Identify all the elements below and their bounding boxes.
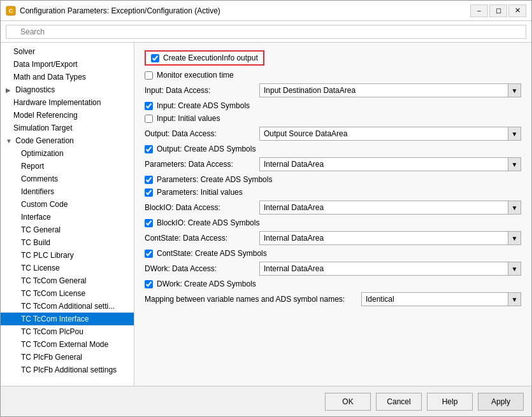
dwork-create-ads-checkbox[interactable] [145,280,153,288]
contstate-create-ads-checkbox[interactable] [145,250,153,258]
sidebar-label: Interface [21,213,51,222]
dwork-create-ads-row: DWork: Create ADS Symbols [145,279,521,288]
sidebar-item-tc-build[interactable]: TC Build [1,236,134,249]
sidebar-item-tc-tccom-plcpou[interactable]: TC TcCom PlcPou [1,325,134,338]
cancel-button[interactable]: Cancel [376,393,422,411]
input-data-access-select[interactable]: Input Destination DataArea ▼ [259,83,521,97]
sidebar-label: Code Generation [15,136,73,145]
input-initial-values-label: Input: Initial values [157,114,220,123]
output-data-access-row: Output: Data Access: Output Source DataA… [145,127,521,141]
sidebar-label: Diagnostics [15,85,55,94]
input-create-ads-checkbox[interactable] [145,102,153,110]
sidebar-label: Math and Data Types [13,73,86,81]
sidebar-label: Model Referencing [13,111,78,120]
right-panel: Create ExecutionInfo output Monitor exec… [134,43,531,386]
sidebar-item-tc-tccom-general[interactable]: TC TcCom General [1,274,134,287]
monitor-execution-time-checkbox[interactable] [145,71,153,80]
output-data-access-dropdown-btn[interactable]: ▼ [508,127,521,140]
input-data-access-dropdown-btn[interactable]: ▼ [508,84,521,97]
input-data-access-value: Input Destination DataArea [260,86,508,95]
sidebar-item-tc-tccom-additional[interactable]: TC TcCom Additional setti... [1,300,134,313]
help-button[interactable]: Help [427,393,473,411]
sidebar-item-interface[interactable]: Interface [1,211,134,223]
sidebar-label: TC TcCom Interface [21,315,89,323]
create-execution-info-checkbox[interactable] [151,54,159,62]
sidebar-item-comments[interactable]: Comments [1,173,134,185]
mapping-label: Mapping between variable names and ADS s… [145,295,361,304]
footer: OK Cancel Help Apply [1,386,531,416]
dwork-data-access-dropdown-btn[interactable]: ▼ [508,262,521,275]
output-data-access-select[interactable]: Output Source DataArea ▼ [259,127,521,141]
restore-button[interactable]: ◻ [489,4,507,17]
contstate-data-access-row: ContState: Data Access: Internal DataAre… [145,231,521,245]
sidebar-item-tc-plc-library[interactable]: TC PLC Library [1,249,134,262]
contstate-data-access-dropdown-btn[interactable]: ▼ [508,232,521,244]
parameters-data-access-label: Parameters: Data Access: [145,160,259,169]
parameters-initial-values-checkbox[interactable] [145,188,153,197]
mapping-dropdown-btn[interactable]: ▼ [508,293,521,306]
input-initial-values-checkbox[interactable] [145,115,153,123]
sidebar-item-sim-target[interactable]: Simulation Target [1,122,134,134]
sidebar-item-tc-tccom-license[interactable]: TC TcCom License [1,287,134,300]
sidebar-item-custom-code[interactable]: Custom Code [1,198,134,211]
sidebar-item-tc-plcfb-additional[interactable]: TC PlcFb Additional settings [1,364,134,376]
sidebar-item-model-ref[interactable]: Model Referencing [1,109,134,122]
mapping-value: Identical [362,295,508,304]
parameters-data-access-value: Internal DataArea [260,160,508,169]
input-create-ads-label: Input: Create ADS Symbols [157,101,250,110]
mapping-row: Mapping between variable names and ADS s… [145,292,521,306]
blockio-data-access-dropdown-btn[interactable]: ▼ [508,201,521,214]
sidebar-item-optimization[interactable]: Optimization [1,147,134,160]
main-content: Solver Data Import/Export Math and Data … [1,43,531,386]
input-create-ads-row: Input: Create ADS Symbols [145,101,521,110]
parameters-data-access-select[interactable]: Internal DataArea ▼ [259,157,521,171]
app-icon: C [6,6,16,16]
sidebar-label: Data Import/Export [13,60,78,69]
blockio-data-access-label: BlockIO: Data Access: [145,203,259,212]
output-create-ads-checkbox[interactable] [145,145,153,153]
search-input[interactable] [6,25,526,39]
sidebar-item-tc-plcfb-general[interactable]: TC PlcFb General [1,351,134,364]
sidebar-label: Comments [21,174,58,183]
minimize-button[interactable]: − [470,4,488,17]
sidebar-label: Solver [13,47,35,56]
sidebar-label: TC License [21,264,60,272]
create-execution-info-row: Create ExecutionInfo output [145,50,521,66]
parameters-create-ads-checkbox[interactable] [145,176,153,184]
sidebar-item-math[interactable]: Math and Data Types [1,71,134,83]
sidebar: Solver Data Import/Export Math and Data … [1,43,134,386]
ok-button[interactable]: OK [325,393,371,411]
sidebar-label: TC TcCom External Mode [21,340,108,349]
window-title: Configuration Parameters: Exception/Conf… [20,6,220,15]
input-data-access-row: Input: Data Access: Input Destination Da… [145,83,521,97]
monitor-execution-time-row: Monitor execution time [145,71,521,80]
sidebar-item-tc-general[interactable]: TC General [1,223,134,236]
sidebar-item-code-gen[interactable]: ▼ Code Generation [1,134,134,147]
sidebar-item-identifiers[interactable]: Identifiers [1,185,134,198]
sidebar-item-tc-tccom-interface[interactable]: TC TcCom Interface [1,313,134,325]
close-button[interactable]: ✕ [508,4,526,17]
apply-button[interactable]: Apply [478,393,524,411]
sidebar-item-tc-license[interactable]: TC License [1,262,134,274]
blockio-create-ads-row: BlockIO: Create ADS Symbols [145,218,521,227]
sidebar-item-hardware[interactable]: Hardware Implementation [1,96,134,109]
mapping-select[interactable]: Identical ▼ [361,292,521,306]
sidebar-label: TC TcCom Additional setti... [21,302,115,311]
sidebar-item-report[interactable]: Report [1,160,134,173]
blockio-data-access-value: Internal DataArea [260,203,508,212]
sidebar-label: TC PlcFb General [21,353,82,362]
dwork-data-access-select[interactable]: Internal DataArea ▼ [259,262,521,276]
sidebar-label: TC TcCom PlcPou [21,327,83,336]
blockio-create-ads-checkbox[interactable] [145,219,153,227]
blockio-data-access-select[interactable]: Internal DataArea ▼ [259,201,521,215]
parameters-data-access-dropdown-btn[interactable]: ▼ [508,158,521,171]
sidebar-item-solver[interactable]: Solver [1,45,134,58]
parameters-initial-values-label: Parameters: Initial values [157,188,243,197]
sidebar-label: Identifiers [21,187,54,196]
sidebar-label: Report [21,162,44,171]
sidebar-item-data-import[interactable]: Data Import/Export [1,58,134,71]
sidebar-item-diagnostics[interactable]: ▶ Diagnostics [1,83,134,96]
sidebar-item-tc-tccom-external[interactable]: TC TcCom External Mode [1,338,134,351]
sidebar-label: TC TcCom License [21,289,85,298]
contstate-data-access-select[interactable]: Internal DataArea ▼ [259,231,521,245]
